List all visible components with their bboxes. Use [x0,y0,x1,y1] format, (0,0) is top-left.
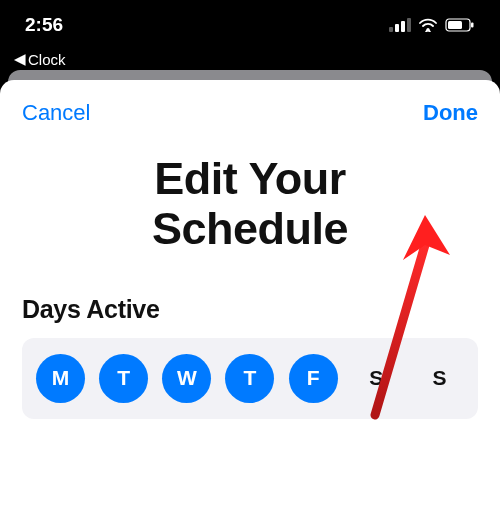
status-bar: 2:56 [0,0,500,50]
status-indicators [389,18,475,32]
done-button[interactable]: Done [423,100,478,126]
day-tuesday[interactable]: T [99,354,148,403]
day-wednesday[interactable]: W [162,354,211,403]
day-friday[interactable]: F [289,354,338,403]
nav-bar: Cancel Done [0,80,500,136]
page-title-wrap: Edit Your Schedule [0,136,500,295]
status-time: 2:56 [25,14,63,36]
svg-rect-3 [471,23,474,28]
back-caret-icon: ◀︎ [14,50,26,68]
day-monday[interactable]: M [36,354,85,403]
page-title: Edit Your Schedule [60,154,440,255]
title-line-2: Schedule [152,203,348,254]
day-sunday[interactable]: S [415,354,464,403]
days-active-section: Days Active M T W T F S S [0,295,500,419]
battery-icon [445,18,475,32]
days-row: M T W T F S S [22,338,478,419]
cancel-button[interactable]: Cancel [22,100,90,126]
modal-sheet: Cancel Done Edit Your Schedule Days Acti… [0,80,500,531]
svg-rect-2 [448,21,462,29]
days-active-label: Days Active [22,295,478,324]
cellular-icon [389,18,411,32]
svg-point-0 [426,28,429,31]
day-saturday[interactable]: S [352,354,401,403]
day-thursday[interactable]: T [225,354,274,403]
title-line-1: Edit Your [154,153,345,204]
back-app-label: Clock [28,51,66,68]
wifi-icon [418,18,438,32]
